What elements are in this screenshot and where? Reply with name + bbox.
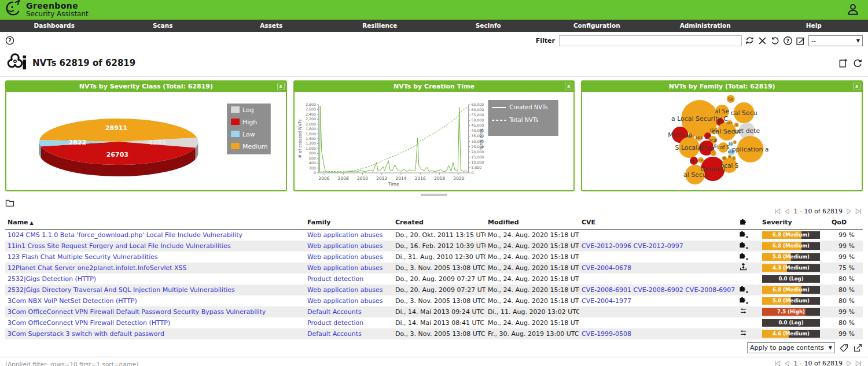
family-link[interactable]: Web application abuses [307,264,383,272]
svg-text:55,000: 55,000 [471,113,484,117]
user-menu-icon[interactable] [846,3,860,19]
close-icon[interactable]: x [565,83,572,90]
family-link[interactable]: Default Accounts [307,330,362,338]
chevron-down-icon: ▼ [825,345,832,350]
family-link[interactable]: Web application abuses [307,297,383,305]
creation-time-chart[interactable]: 02004006008001,0001,2001,4001,6001,8002,… [295,92,574,190]
cve-link[interactable]: CVE-2004-0678 [582,264,631,272]
family-bubble-chart[interactable]: a Local Security Cal SeSecal SecuSeutzoM… [582,92,862,190]
column-header-cve[interactable]: CVE [579,216,737,230]
applied-filter-text: (Applied filter: rows=10 first=1 sort=na… [5,359,138,366]
edit-filter-icon[interactable] [796,36,806,46]
reload-icon[interactable] [852,58,863,68]
svg-text:200: 200 [309,166,316,170]
column-header-created[interactable]: Created [393,216,486,230]
nvt-name-link[interactable]: 11in1 Cross Site Request Forgery and Loc… [8,242,231,250]
qod-value: 80 % [829,273,863,284]
svg-text:28911: 28911 [105,124,127,132]
nav-item-resilience[interactable]: Resilience [326,20,435,32]
cve-link[interactable]: CVE-2012-0997 [634,242,683,250]
family-link[interactable]: Web application abuses [307,231,383,239]
modified-date: Fr., 30. Aug. 2019 13:00 UTC [486,328,579,339]
new-dashboard-icon[interactable] [838,58,848,68]
severity-pie-chart[interactable]: 438326703282228911LogHighLowMedium [6,92,286,190]
remove-filter-icon[interactable] [757,36,767,46]
cve-cell: CVE-2008-6901 CVE-2008-6902 CVE-2008-690… [579,284,737,295]
svg-text:1,400: 1,400 [306,136,316,141]
panel-severity-class: NVTs by Severity Class (Total: 62819) x … [5,80,287,191]
cve-link[interactable]: CVE-2008-6907 [685,286,735,294]
close-icon[interactable]: x [853,83,860,90]
dashboard-resize-handle[interactable] [421,194,447,196]
tag-icon[interactable] [839,343,849,353]
apply-to-select[interactable]: Apply to page contents ▼ [747,342,835,353]
pagination-last-icon[interactable] [854,207,863,216]
panel-family-header[interactable]: NVTs by Family (Total: 62819) x [582,82,862,92]
nav-item-secinfo[interactable]: SecInfo [434,20,543,32]
reset-filter-icon[interactable] [770,36,780,46]
nvt-name-link[interactable]: 2532|Gigs Directory Traversal And SQL In… [8,286,235,294]
family-link[interactable]: Web application abuses [307,242,383,250]
column-header-severity[interactable]: Severity [760,216,829,230]
column-header-modified[interactable]: Modified [486,216,579,230]
nvt-name-link[interactable]: 3Com OfficeConnect VPN Firewall Default … [8,308,266,316]
column-header-solution-type[interactable] [737,216,760,230]
cve-link[interactable]: CVE-2012-0996 [582,242,631,250]
family-link[interactable]: Default Accounts [307,308,362,316]
pagination-prev-icon[interactable] [782,207,791,216]
saved-filter-select[interactable]: -- ▼ [808,35,863,46]
modified-date: Mo., 24. Aug. 2020 15:18 UTC [486,252,579,263]
pagination-first-icon[interactable] [773,359,782,366]
created-date: Do., 20. Aug. 2009 07:27 UTC [393,284,486,295]
nvt-name-link[interactable]: 1024 CMS 1.1.0 Beta 'force_download.php'… [8,231,242,239]
severity-bar: 5.0 (Medium) [762,253,820,261]
pagination-last-icon[interactable] [854,359,863,366]
family-link[interactable]: Product detection [307,275,363,283]
pagination-next-icon[interactable] [845,207,854,216]
cve-link[interactable]: CVE-2008-6901 [582,286,631,294]
column-header-qod[interactable]: QoD [829,216,863,230]
cve-link[interactable]: CVE-2008-6902 [634,286,683,294]
nvt-name-link[interactable]: 3Com OfficeConnect VPN Firewall Detectio… [8,319,170,327]
cve-link[interactable]: CVE-1999-0508 [582,330,631,338]
nav-item-help[interactable]: Help [760,20,868,32]
cve-link[interactable]: CVE-2004-1977 [582,297,631,305]
panel-title: NVTs by Family (Total: 62819) [669,83,775,90]
created-date: Do., 20. Okt. 2011 13:15 UTC [393,230,486,241]
pagination-next-icon[interactable] [845,359,854,366]
nav-item-assets[interactable]: Assets [217,20,326,32]
update-filter-icon[interactable] [745,36,755,46]
svg-text:C: C [714,143,716,147]
export-icon[interactable] [853,343,863,353]
svg-text:0: 0 [314,171,316,175]
panel-creation-time-header[interactable]: NVTs by Creation Time x [295,82,574,92]
family-link[interactable]: Product detection [307,319,363,327]
nav-item-configuration[interactable]: Configuration [543,20,652,32]
nav-item-dashboards[interactable]: Dashboards [0,20,109,32]
solution-type-nonavailable-icon: x [739,252,749,260]
filter-help-icon[interactable]: ? [783,36,793,46]
nvt-name-link[interactable]: 3Com NBX VoIP NetSet Detection (HTTP) [8,297,137,305]
pagination-first-icon[interactable] [773,207,782,216]
solution-type-nonavailable-icon: x [739,295,749,304]
family-link[interactable]: Web application abuses [307,286,383,294]
close-icon[interactable]: x [277,83,285,90]
toolbar: ? Filter ? -- ▼ [0,32,868,49]
folder-icon[interactable] [5,198,14,210]
nvt-name-link[interactable]: 12Planet Chat Server one2planet.infolet.… [8,264,187,272]
nav-item-scans[interactable]: Scans [109,20,218,32]
panel-severity-class-header[interactable]: NVTs by Severity Class (Total: 62819) x [6,82,286,92]
nvt-name-link[interactable]: 3Com Superstack 3 switch with default pa… [8,330,164,338]
filter-input[interactable] [559,35,742,46]
cve-cell: CVE-2004-0678 [579,263,737,273]
brand-line1: Greenbone [26,2,89,10]
svg-text:65,000: 65,000 [471,102,484,106]
column-header-family[interactable]: Family [305,216,393,230]
manual-help-icon[interactable]: ? [5,36,14,45]
nvt-name-link[interactable]: 123 Flash Chat Multiple Security Vulnera… [8,253,158,261]
column-header-name[interactable]: Name▲ [5,216,305,230]
family-link[interactable]: Web application abuses [307,253,383,261]
nav-item-administration[interactable]: Administration [651,20,760,32]
pagination-prev-icon[interactable] [782,359,791,366]
nvt-name-link[interactable]: 2532|Gigs Detection (HTTP) [8,275,96,283]
